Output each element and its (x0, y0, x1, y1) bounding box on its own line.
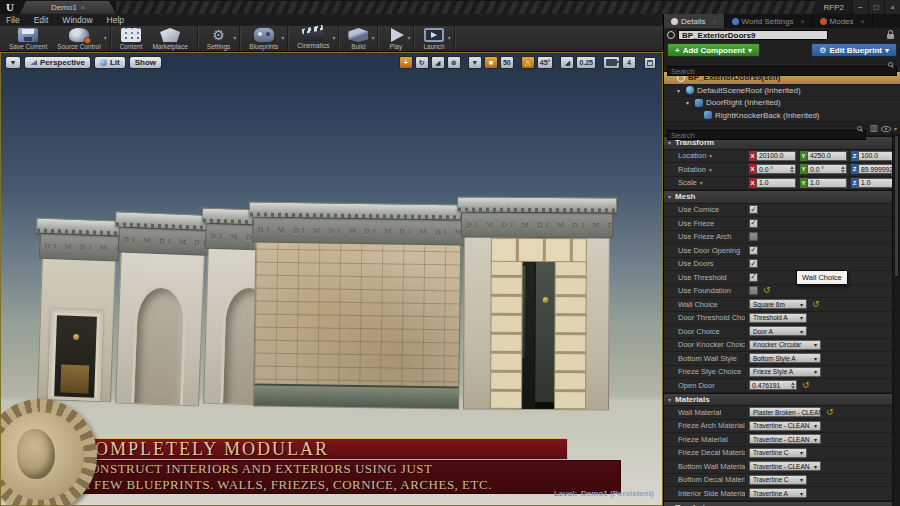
add-component-button[interactable]: +Add Component▾ (667, 43, 760, 57)
chevron-down-icon[interactable]: ▾ (371, 34, 374, 41)
checkbox-use-foundation[interactable] (749, 286, 758, 295)
number-field-open-door[interactable]: 0.476191 (749, 380, 797, 390)
show-button[interactable]: Show (129, 56, 162, 69)
dropdown-interior-side-material[interactable]: Travertine A▾ (749, 488, 807, 498)
rotation-snap-icon[interactable]: △ (521, 56, 535, 69)
section-header-materials[interactable]: ▾Materials (664, 393, 900, 407)
dropdown-frieze-arch-material[interactable]: Travertine - CLEAN▾ (749, 421, 821, 431)
scale-y-field[interactable]: Y1.0 (800, 178, 847, 188)
checkbox-use-threshold[interactable]: ✓ (749, 273, 758, 282)
dropdown-bottom-wall-style[interactable]: Bottom Style A▾ (749, 353, 821, 363)
rotation-snap-size[interactable]: 45° (537, 56, 554, 69)
chevron-down-icon[interactable]: ▾ (104, 34, 107, 41)
move-tool-icon[interactable]: + (399, 56, 413, 69)
toolbar-marketplace[interactable]: Marketplace (147, 26, 192, 51)
maximize-button[interactable]: □ (868, 0, 884, 14)
toolbar-settings[interactable]: ⚙Settings▾ (202, 26, 236, 51)
reset-to-default-icon[interactable]: ↺ (812, 300, 820, 309)
dropdown-frieze-decal-material[interactable]: Travertine C▾ (749, 448, 807, 458)
perspective-button[interactable]: Perspective (24, 56, 91, 69)
tab-close-icon[interactable]: × (712, 18, 716, 25)
chevron-down-icon[interactable]: ▾ (281, 34, 284, 41)
dropdown-frieze-material[interactable]: Travertine - CLEAN▾ (749, 434, 821, 444)
grid-snap-icon[interactable]: ■ (484, 56, 498, 69)
scrollbar-thumb[interactable] (894, 135, 899, 277)
chevron-down-icon[interactable]: ▾ (233, 34, 236, 41)
reset-to-default-icon[interactable]: ↺ (802, 381, 810, 390)
dropdown-wall-choice[interactable]: Square 6m▾ (749, 299, 807, 309)
tab-close-icon[interactable]: × (800, 18, 804, 25)
level-tab[interactable]: Demo1 × (20, 1, 116, 14)
edit-blueprint-button[interactable]: ⚙ Edit Blueprint▾ (811, 43, 897, 57)
wall-segment-arch-wall[interactable]: DI M DI M DI M DI M DI M DI M DI (115, 212, 206, 407)
tab-modes[interactable]: Modes× (813, 14, 873, 28)
toolbar-source-control[interactable]: Source Control▾ (52, 26, 105, 51)
minimize-button[interactable]: − (852, 0, 868, 14)
checkbox-use-frieze-arch[interactable] (749, 232, 758, 241)
rotation-y-field[interactable]: Y0.0 ° (800, 164, 847, 174)
dropdown-door-knocker-choice[interactable]: Knocker Circular▾ (749, 340, 821, 350)
location-y-field[interactable]: Y4250.0 (800, 151, 847, 161)
rotation-x-field[interactable]: X0.0 ° (749, 164, 796, 174)
toolbar-content[interactable]: Content (115, 26, 148, 51)
menu-edit[interactable]: Edit (34, 15, 49, 25)
viewport[interactable]: DI M DI M DI M DI M DI M DI M DIDI M DI … (0, 52, 663, 506)
value-spinner-icon[interactable] (790, 382, 795, 389)
camera-speed-value[interactable]: 4 (622, 56, 636, 69)
value-spinner-icon[interactable] (840, 166, 845, 173)
close-button[interactable]: × (884, 0, 900, 14)
checkbox-use-doors[interactable]: ✓ (749, 259, 758, 268)
toolbar-cinematics[interactable]: Cinematics▾ (292, 26, 334, 51)
tree-item-doorright-inherited[interactable]: ▾DoorRight (Inherited) (664, 97, 900, 110)
component-search-input[interactable] (667, 66, 897, 76)
toolbar-save-current[interactable]: Save Current (4, 26, 52, 51)
expander-icon[interactable]: ▾ (677, 87, 683, 94)
column-view-icon[interactable]: ▥ (869, 124, 878, 133)
scale-snap-size[interactable]: 0.25 (576, 56, 596, 69)
dropdown-wall-material[interactable]: Plaster Broken - CLEAN▾ (749, 407, 821, 417)
surface-snap-icon[interactable]: ▼ (468, 56, 482, 69)
eye-filter-icon[interactable] (881, 126, 891, 132)
toolbar-play[interactable]: Play▾ (382, 26, 409, 51)
grid-snap-size[interactable]: 50 (500, 56, 514, 69)
property-search-input[interactable] (667, 130, 866, 140)
checkbox-use-frieze[interactable]: ✓ (749, 219, 758, 228)
tree-item-rightknockerback-inherited[interactable]: RightKnockerBack (Inherited) (664, 110, 900, 123)
wall-segment-door-wall[interactable]: DI M DI M DI M DI M DI M DI M DI (37, 218, 117, 402)
chevron-down-icon[interactable]: ▾ (332, 34, 335, 41)
maximize-viewport-button[interactable] (644, 57, 656, 69)
location-x-field[interactable]: X20100.0 (749, 151, 796, 161)
checkbox-use-cornice[interactable]: ✓ (749, 205, 758, 214)
menu-help[interactable]: Help (107, 15, 124, 25)
tab-close-icon[interactable]: × (81, 4, 85, 11)
toolbar-launch[interactable]: Launch▾ (418, 26, 449, 51)
camera-speed-icon[interactable] (603, 56, 620, 69)
toolbar-build[interactable]: Build▾ (343, 26, 373, 51)
tab-details[interactable]: Details× (664, 14, 725, 28)
world-space-icon[interactable]: ⊕ (447, 56, 461, 69)
dropdown-door-choice[interactable]: Door A▾ (749, 326, 807, 336)
toolbar-blueprints[interactable]: Blueprints▾ (244, 26, 283, 51)
tab-close-icon[interactable]: × (861, 18, 865, 25)
scale-snap-icon[interactable]: ◢ (560, 56, 574, 69)
scale-tool-icon[interactable]: ◢ (431, 56, 445, 69)
dropdown-bottom-wall-material[interactable]: Travertine - CLEAN▾ (749, 461, 821, 471)
section-header-rendering[interactable]: ▾Rendering (664, 501, 900, 506)
value-spinner-icon[interactable] (789, 166, 794, 173)
wall-segment-tile-wall[interactable]: DI M DI M DI M DI M DI M DI M DI (253, 202, 462, 410)
reset-to-default-icon[interactable]: ↺ (826, 408, 834, 417)
viewport-options-button[interactable]: ▾ (5, 56, 21, 69)
panel-scrollbar[interactable] (892, 133, 900, 506)
reset-to-default-icon[interactable]: ↺ (763, 286, 771, 295)
menu-file[interactable]: File (6, 15, 20, 25)
chevron-down-icon[interactable]: ▾ (407, 34, 410, 41)
tab-world-settings[interactable]: World Settings× (725, 14, 813, 28)
wall-segment-rustic-door-wall[interactable]: DI M DI M DI M DI M DI M DI M DI (463, 197, 610, 411)
dropdown-frieze-stye-choice[interactable]: Frieze Style A▾ (749, 367, 821, 377)
chevron-down-icon[interactable]: ▾ (448, 34, 451, 41)
lit-button[interactable]: Lit (94, 56, 126, 69)
menu-window[interactable]: Window (62, 15, 92, 25)
dropdown-bottom-decal-material[interactable]: Travertine C▾ (749, 475, 807, 485)
dropdown-door-threshold-choice[interactable]: Threshold A▾ (749, 313, 807, 323)
section-header-mesh[interactable]: ▾Mesh (664, 190, 900, 204)
